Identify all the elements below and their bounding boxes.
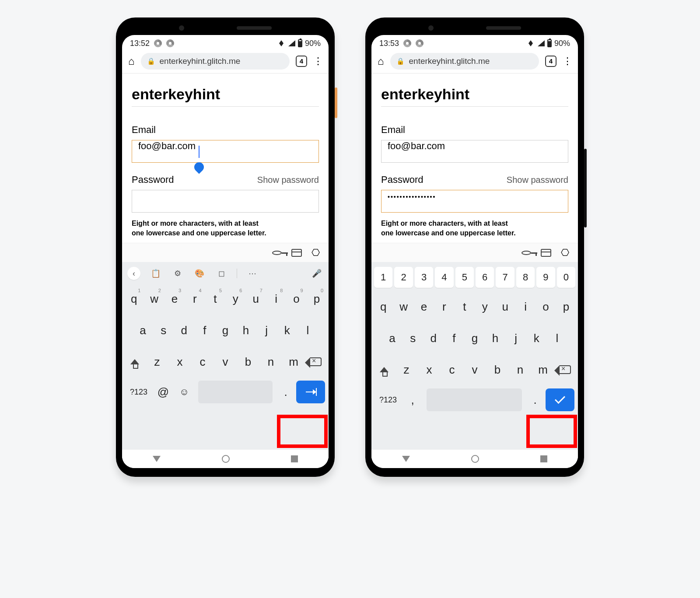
key-c[interactable]: c	[192, 349, 213, 374]
nav-back-icon[interactable]	[402, 456, 410, 462]
nav-recent-icon[interactable]	[291, 455, 298, 462]
key-5[interactable]: 5	[455, 267, 474, 288]
key-x[interactable]: x	[169, 349, 190, 374]
key-n[interactable]: n	[510, 357, 531, 382]
symbols-key[interactable]: ?123	[126, 381, 152, 403]
more-icon[interactable]: ⋯	[246, 267, 259, 280]
password-key-icon[interactable]	[272, 251, 282, 255]
tab-count-button[interactable]: 4	[545, 56, 556, 67]
payment-card-icon[interactable]	[291, 249, 302, 257]
key-2[interactable]: 2	[394, 267, 413, 288]
email-input[interactable]: foo@bar.com	[381, 140, 568, 163]
key-h[interactable]: h	[486, 325, 505, 351]
key-p[interactable]: p	[557, 294, 575, 319]
tab-count-button[interactable]: 4	[296, 56, 307, 67]
nav-home-icon[interactable]	[222, 455, 230, 463]
key-f[interactable]: f	[195, 318, 214, 343]
mic-off-icon[interactable]: 🎤	[310, 267, 323, 280]
nav-back-icon[interactable]	[153, 456, 161, 462]
key-b[interactable]: b	[238, 349, 259, 374]
key-p[interactable]: p0	[308, 286, 326, 311]
key-g[interactable]: g	[216, 318, 234, 343]
email-input[interactable]: foo@bar.com	[132, 140, 319, 163]
key-a[interactable]: a	[133, 318, 152, 343]
backspace-key[interactable]	[306, 349, 326, 374]
shift-key[interactable]	[374, 357, 394, 382]
keyboard-collapse-icon[interactable]: ‹	[127, 267, 140, 280]
key-m[interactable]: m	[532, 357, 553, 382]
overflow-menu-icon[interactable]: ⋮	[313, 56, 322, 67]
key-i[interactable]: i8	[267, 286, 285, 311]
key-l[interactable]: l	[298, 318, 317, 343]
key-c[interactable]: c	[441, 357, 462, 382]
key-s[interactable]: s	[154, 318, 173, 343]
caret-handle-icon[interactable]	[192, 160, 206, 174]
show-password-toggle[interactable]: Show password	[507, 175, 568, 185]
key-o[interactable]: o9	[287, 286, 305, 311]
backspace-key[interactable]	[555, 357, 575, 382]
key-3[interactable]: 3	[415, 267, 433, 288]
password-key-icon[interactable]	[522, 251, 531, 255]
enter-key-next[interactable]	[296, 381, 325, 403]
key-d[interactable]: d	[175, 318, 193, 343]
key-k[interactable]: k	[527, 325, 546, 351]
key-w[interactable]: w2	[145, 286, 163, 311]
key-z[interactable]: z	[396, 357, 417, 382]
key-e[interactable]: e3	[165, 286, 184, 311]
key-t[interactable]: t	[455, 294, 474, 319]
location-pin-icon[interactable]: ⎔	[561, 247, 569, 259]
home-icon[interactable]: ⌂	[128, 55, 135, 67]
key-q[interactable]: q	[374, 294, 392, 319]
enter-key-done[interactable]	[546, 388, 574, 411]
key-t[interactable]: t5	[206, 286, 224, 311]
key-a[interactable]: a	[383, 325, 402, 351]
key-i[interactable]: i	[516, 294, 535, 319]
comma-key[interactable]: ,	[403, 388, 422, 411]
key-s[interactable]: s	[403, 325, 422, 351]
gear-icon[interactable]: ⚙	[171, 267, 184, 280]
key-j[interactable]: j	[507, 325, 525, 351]
key-j[interactable]: j	[257, 318, 276, 343]
key-o[interactable]: o	[536, 294, 555, 319]
key-w[interactable]: w	[394, 294, 413, 319]
at-key[interactable]: @	[154, 381, 173, 403]
key-y[interactable]: y	[476, 294, 494, 319]
key-r[interactable]: r4	[186, 286, 204, 311]
key-8[interactable]: 8	[516, 267, 535, 288]
home-icon[interactable]: ⌂	[378, 55, 384, 67]
key-m[interactable]: m	[283, 349, 304, 374]
period-key[interactable]: .	[277, 381, 294, 403]
key-1[interactable]: 1	[374, 267, 392, 288]
key-b[interactable]: b	[487, 357, 508, 382]
shift-key[interactable]	[125, 349, 145, 374]
key-x[interactable]: x	[419, 357, 440, 382]
key-e[interactable]: e	[415, 294, 433, 319]
key-r[interactable]: r	[435, 294, 453, 319]
key-7[interactable]: 7	[496, 267, 514, 288]
key-4[interactable]: 4	[435, 267, 453, 288]
overflow-menu-icon[interactable]: ⋮	[563, 56, 572, 67]
key-9[interactable]: 9	[536, 267, 555, 288]
clipboard-icon[interactable]: 📋	[149, 267, 162, 280]
key-l[interactable]: l	[548, 325, 567, 351]
key-q[interactable]: q1	[125, 286, 143, 311]
payment-card-icon[interactable]	[541, 249, 551, 257]
palette-icon[interactable]: 🎨	[193, 267, 206, 280]
address-bar[interactable]: 🔒 enterkeyhint.glitch.me	[390, 53, 539, 70]
key-n[interactable]: n	[260, 349, 281, 374]
key-u[interactable]: u7	[246, 286, 265, 311]
key-f[interactable]: f	[444, 325, 463, 351]
space-key[interactable]	[427, 388, 522, 411]
key-v[interactable]: v	[215, 349, 236, 374]
emoji-key[interactable]: ☺	[175, 381, 194, 403]
key-h[interactable]: h	[237, 318, 256, 343]
key-d[interactable]: d	[424, 325, 443, 351]
show-password-toggle[interactable]: Show password	[257, 175, 319, 185]
key-z[interactable]: z	[147, 349, 168, 374]
key-k[interactable]: k	[278, 318, 297, 343]
key-v[interactable]: v	[464, 357, 485, 382]
address-bar[interactable]: 🔒 enterkeyhint.glitch.me	[141, 53, 290, 70]
password-input[interactable]	[132, 190, 319, 213]
key-y[interactable]: y6	[226, 286, 245, 311]
nav-home-icon[interactable]	[471, 455, 479, 463]
